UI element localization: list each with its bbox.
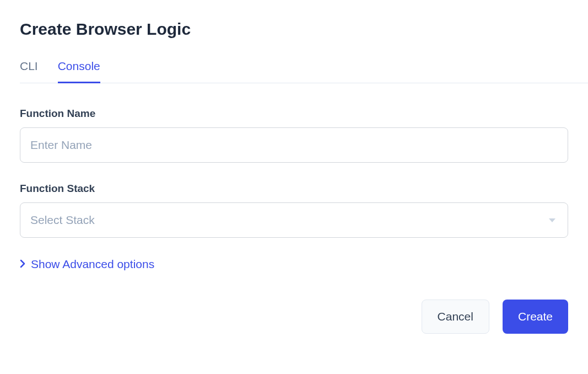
function-stack-placeholder: Select Stack bbox=[30, 213, 95, 227]
tab-console[interactable]: Console bbox=[58, 60, 100, 83]
function-name-input[interactable] bbox=[20, 127, 568, 163]
cancel-button[interactable]: Cancel bbox=[422, 300, 489, 334]
chevron-right-icon bbox=[20, 258, 25, 271]
tab-cli[interactable]: CLI bbox=[20, 60, 38, 83]
function-name-label: Function Name bbox=[20, 108, 568, 120]
caret-down-icon bbox=[549, 218, 555, 222]
page-title: Create Browser Logic bbox=[20, 20, 568, 39]
advanced-options-label: Show Advanced options bbox=[31, 258, 154, 271]
form-section: Function Name Function Stack Select Stac… bbox=[20, 83, 568, 334]
tabs: CLI Console bbox=[20, 60, 588, 83]
function-stack-select[interactable]: Select Stack bbox=[20, 202, 568, 238]
footer-buttons: Cancel Create bbox=[20, 300, 568, 334]
create-button[interactable]: Create bbox=[503, 300, 568, 334]
advanced-options-toggle[interactable]: Show Advanced options bbox=[20, 258, 568, 271]
function-name-group: Function Name bbox=[20, 108, 568, 163]
function-stack-label: Function Stack bbox=[20, 183, 568, 195]
function-stack-group: Function Stack Select Stack bbox=[20, 183, 568, 238]
